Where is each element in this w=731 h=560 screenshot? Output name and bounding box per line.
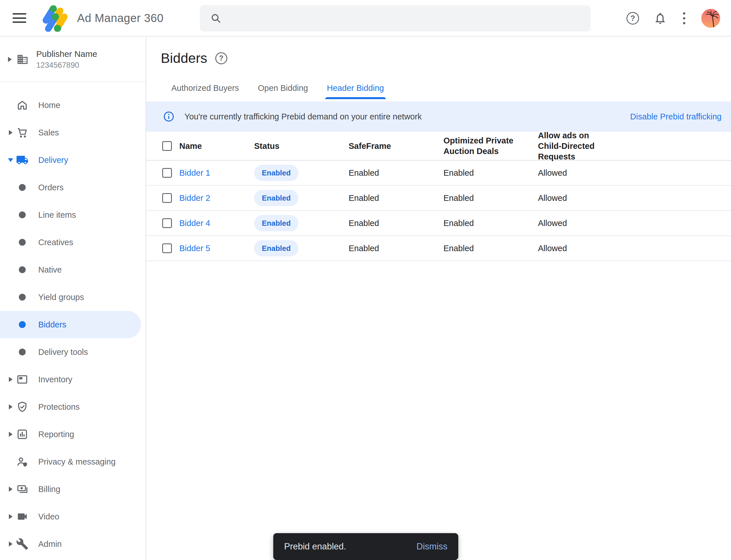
bar-chart-icon xyxy=(16,428,29,441)
sidebar-item-label: Line items xyxy=(38,210,76,220)
sidebar-item-label: Inventory xyxy=(38,375,72,384)
more-options-icon[interactable] xyxy=(681,11,687,26)
bidder-link[interactable]: Bidder 4 xyxy=(179,219,210,228)
ad-manager-logo-icon xyxy=(41,4,71,32)
sidebar-item-bidders[interactable]: Bidders xyxy=(0,311,141,338)
child-directed-value: Allowed xyxy=(538,168,614,178)
chevron-right-icon xyxy=(9,130,13,135)
tab-bar: Authorized Buyers Open Bidding Header Bi… xyxy=(171,83,384,99)
column-header-opad[interactable]: Optimized Private Auction Deals xyxy=(443,135,515,157)
column-header-safeframe[interactable]: SafeFrame xyxy=(349,141,391,151)
banner-message: You're currently trafficking Prebid dema… xyxy=(185,112,422,121)
home-icon xyxy=(16,99,29,111)
sidebar-item-line-items[interactable]: Line items xyxy=(0,201,146,229)
publisher-name: Publisher Name xyxy=(36,49,97,59)
opad-value: Enabled xyxy=(443,244,515,253)
person-shield-icon xyxy=(16,455,29,468)
chevron-right-icon xyxy=(9,432,13,437)
tab-open-bidding[interactable]: Open Bidding xyxy=(258,83,308,99)
help-icon[interactable]: ? xyxy=(626,12,639,25)
sidebar-item-label: Admin xyxy=(38,539,62,549)
bidder-link[interactable]: Bidder 1 xyxy=(179,168,210,178)
sidebar-item-inventory[interactable]: Inventory xyxy=(0,366,146,393)
sidebar-item-label: Home xyxy=(38,101,60,110)
row-checkbox[interactable] xyxy=(162,218,172,228)
cart-icon xyxy=(16,126,29,139)
ad-manager-app: Ad Manager 360 ? xyxy=(0,0,731,560)
sidebar-item-protections[interactable]: Protections xyxy=(0,393,146,421)
publisher-id: 1234567890 xyxy=(36,61,97,70)
page-help-icon[interactable]: ? xyxy=(215,52,227,64)
sidebar-item-sales[interactable]: Sales xyxy=(0,119,146,146)
bidder-link[interactable]: Bidder 5 xyxy=(179,244,210,253)
safeframe-value: Enabled xyxy=(349,168,379,178)
sidebar-item-label: Video xyxy=(38,512,59,521)
search-icon xyxy=(210,12,222,25)
chevron-right-icon xyxy=(9,404,13,409)
publisher-switcher[interactable]: Publisher Name 1234567890 xyxy=(0,37,146,82)
sidebar-item-reporting[interactable]: Reporting xyxy=(0,421,146,448)
table-row: Bidder 1 Enabled Enabled Enabled Allowed xyxy=(146,161,731,186)
tab-header-bidding[interactable]: Header Bidding xyxy=(327,83,384,99)
safeframe-value: Enabled xyxy=(349,244,379,253)
row-checkbox[interactable] xyxy=(162,168,172,178)
bullet-icon xyxy=(16,321,29,328)
tab-authorized-buyers[interactable]: Authorized Buyers xyxy=(171,83,239,99)
sidebar-item-label: Delivery xyxy=(38,155,68,165)
opad-value: Enabled xyxy=(443,193,515,203)
sidebar-item-label: Sales xyxy=(38,128,59,137)
sidebar-item-label: Yield groups xyxy=(38,293,84,302)
top-app-bar: Ad Manager 360 ? xyxy=(0,0,731,37)
column-header-name[interactable]: Name xyxy=(179,141,202,151)
truck-icon xyxy=(16,153,29,167)
row-checkbox[interactable] xyxy=(162,243,172,253)
window-icon xyxy=(16,373,29,386)
toast-message: Prebid enabled. xyxy=(284,541,346,552)
sidebar-item-billing[interactable]: Billing xyxy=(0,475,146,503)
sidebar-item-native[interactable]: Native xyxy=(0,256,146,283)
topbar-actions: ? xyxy=(626,0,720,37)
status-badge: Enabled xyxy=(254,190,299,206)
sidebar-item-video[interactable]: Video xyxy=(0,503,146,530)
table-row: Bidder 4 Enabled Enabled Enabled Allowed xyxy=(146,211,731,236)
disable-prebid-trafficking-link[interactable]: Disable Prebid trafficking xyxy=(630,112,722,121)
sidebar-item-label: Billing xyxy=(38,485,60,494)
sidebar-item-admin[interactable]: Admin xyxy=(0,530,146,558)
bidder-link[interactable]: Bidder 2 xyxy=(179,193,210,203)
videocam-icon xyxy=(16,510,29,523)
opad-value: Enabled xyxy=(443,168,515,178)
safeframe-value: Enabled xyxy=(349,193,379,203)
sidebar-item-label: Creatives xyxy=(38,238,73,247)
bullet-icon xyxy=(16,211,29,218)
bullet-icon xyxy=(16,266,29,273)
sidebar-item-label: Reporting xyxy=(38,430,74,439)
status-badge: Enabled xyxy=(254,165,299,181)
column-header-child-directed[interactable]: Allow ads on Child-Directed Requests xyxy=(538,130,614,162)
column-header-status[interactable]: Status xyxy=(254,141,280,151)
sidebar-item-label: Delivery tools xyxy=(38,347,88,357)
sidebar-item-delivery-tools[interactable]: Delivery tools xyxy=(0,338,146,366)
sidebar-item-label: Native xyxy=(38,265,62,275)
sidebar-item-yield-groups[interactable]: Yield groups xyxy=(0,283,146,311)
shield-check-icon xyxy=(16,401,29,413)
sidebar-item-creatives[interactable]: Creatives xyxy=(0,229,146,256)
child-directed-value: Allowed xyxy=(538,244,614,253)
main-content: Bidders ? Authorized Buyers Open Bidding… xyxy=(146,37,731,560)
chevron-right-icon xyxy=(9,377,13,382)
account-avatar[interactable] xyxy=(701,9,720,28)
select-all-checkbox[interactable] xyxy=(162,141,172,151)
sidebar-item-label: Protections xyxy=(38,402,80,412)
bidders-table: Name Status SafeFrame Optimized Private … xyxy=(146,132,731,261)
child-directed-value: Allowed xyxy=(538,219,614,228)
dismiss-button[interactable]: Dismiss xyxy=(416,541,448,552)
chevron-right-icon xyxy=(9,487,13,492)
status-badge: Enabled xyxy=(254,240,299,257)
sidebar-item-orders[interactable]: Orders xyxy=(0,174,146,201)
sidebar-item-privacy-messaging[interactable]: Privacy & messaging xyxy=(0,448,146,475)
search-input[interactable] xyxy=(200,5,590,31)
sidebar-item-delivery[interactable]: Delivery xyxy=(0,146,146,174)
notifications-bell-icon[interactable] xyxy=(653,11,667,25)
row-checkbox[interactable] xyxy=(162,193,172,203)
hamburger-menu-icon[interactable] xyxy=(13,13,26,23)
sidebar-item-home[interactable]: Home xyxy=(0,91,146,119)
